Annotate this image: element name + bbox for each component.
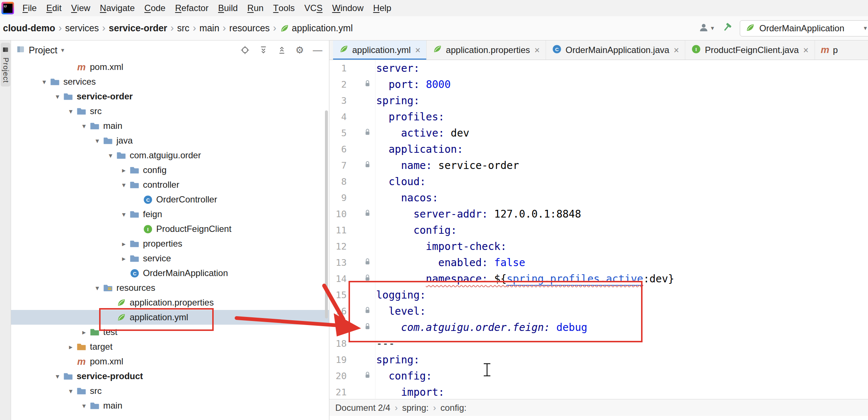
menu-tools[interactable]: Tools xyxy=(268,0,300,16)
project-scrollbar[interactable] xyxy=(325,110,328,318)
build-button[interactable] xyxy=(721,22,732,35)
code-text[interactable]: config: xyxy=(375,224,457,236)
menu-refactor[interactable]: Refactor xyxy=(170,0,213,16)
gutter-marker-icon[interactable] xyxy=(364,274,371,283)
menu-code[interactable]: Code xyxy=(140,0,170,16)
tree-item-ProductFeignClient[interactable]: IProductFeignClient xyxy=(11,222,329,236)
tab-application.yml[interactable]: application.yml× xyxy=(333,40,427,60)
chevron-down-icon[interactable]: ▾ xyxy=(79,122,89,130)
code-text[interactable]: active: dev xyxy=(375,127,469,139)
breadcrumb-service-order[interactable]: service-order xyxy=(109,23,167,33)
chevron-right-icon[interactable]: ▸ xyxy=(119,254,129,263)
user-button[interactable]: ▾ xyxy=(698,22,714,35)
tree-item-OrderController[interactable]: COrderController xyxy=(11,192,329,207)
chevron-right-icon[interactable]: ▸ xyxy=(119,166,129,174)
gutter-marker-icon[interactable] xyxy=(364,307,371,315)
tab-application.properties[interactable]: application.properties× xyxy=(427,40,546,60)
tree-item-application.properties[interactable]: application.properties xyxy=(11,295,329,310)
tab-close-icon[interactable]: × xyxy=(803,45,809,56)
gutter-marker-icon[interactable] xyxy=(364,371,371,380)
code-text[interactable]: --- xyxy=(375,338,395,350)
tree-item-pom.xml[interactable]: mpom.xml xyxy=(11,60,329,74)
chevron-down-icon[interactable]: ▾ xyxy=(66,387,76,395)
menu-vcs[interactable]: VCS xyxy=(300,0,327,16)
menu-help[interactable]: Help xyxy=(368,0,396,16)
tree-item-test[interactable]: ▸test xyxy=(11,325,329,339)
chevron-down-icon[interactable]: ▾ xyxy=(105,151,116,160)
code-text[interactable]: spring: xyxy=(375,354,420,366)
settings-gear-icon[interactable]: ⚙ xyxy=(295,45,304,55)
chevron-down-icon[interactable]: ▾ xyxy=(119,210,129,219)
gutter-marker-icon[interactable] xyxy=(364,128,371,137)
tree-item-config[interactable]: ▸config xyxy=(11,163,329,177)
tree-item-properties[interactable]: ▸properties xyxy=(11,236,329,251)
code-text[interactable]: import: xyxy=(375,386,444,398)
status-path-config[interactable]: config: xyxy=(440,403,466,413)
menu-navigate[interactable]: Navigate xyxy=(95,0,140,16)
tree-item-services[interactable]: ▾services xyxy=(11,74,329,89)
code-text[interactable]: port: 8000 xyxy=(375,78,451,91)
code-text[interactable]: com.atguigu.order.feign: debug xyxy=(375,321,587,333)
gutter-marker-icon[interactable] xyxy=(364,161,371,170)
tree-item-main[interactable]: ▾main xyxy=(11,119,329,133)
code-text[interactable]: enabled: false xyxy=(375,257,525,269)
code-text[interactable]: config: xyxy=(375,370,432,382)
tab-close-icon[interactable]: × xyxy=(674,45,679,56)
panel-title[interactable]: Project xyxy=(29,45,57,56)
code-text[interactable]: namespace: ${spring.profiles.active:dev} xyxy=(375,273,674,285)
collapse-all-button[interactable] xyxy=(277,45,287,55)
chevron-down-icon[interactable]: ▾ xyxy=(92,284,102,292)
tab-close-icon[interactable]: × xyxy=(535,45,540,56)
run-configuration-combo[interactable]: OrderMainApplication ▾ xyxy=(740,20,868,36)
menu-build[interactable]: Build xyxy=(213,0,242,16)
chevron-right-icon[interactable]: ▸ xyxy=(79,328,89,336)
expand-all-button[interactable] xyxy=(259,45,268,55)
code-text[interactable]: server: xyxy=(375,62,420,74)
chevron-down-icon[interactable]: ▾ xyxy=(79,402,89,410)
chevron-down-icon[interactable]: ▾ xyxy=(52,372,63,381)
code-text[interactable]: cloud: xyxy=(375,176,426,188)
menu-edit[interactable]: Edit xyxy=(42,0,66,16)
chevron-down-icon[interactable]: ▾ xyxy=(66,107,76,116)
tree-item-feign[interactable]: ▾feign xyxy=(11,207,329,222)
tree-item-OrderMainApplication[interactable]: COrderMainApplication xyxy=(11,266,329,280)
tree-item-src[interactable]: ▾src xyxy=(11,104,329,119)
project-stripe-button[interactable]: Project xyxy=(1,43,10,87)
tree-item-java[interactable]: ▾java xyxy=(11,133,329,148)
code-text[interactable]: profiles: xyxy=(375,111,444,123)
chevron-down-icon[interactable]: ▾ xyxy=(52,92,63,101)
tab-p[interactable]: mp xyxy=(815,40,838,60)
code-text[interactable]: spring: xyxy=(375,95,420,107)
code-text[interactable]: server-addr: 127.0.0.1:8848 xyxy=(375,208,581,220)
breadcrumb-main[interactable]: main xyxy=(199,23,219,33)
chevron-down-icon[interactable]: ▾ xyxy=(119,181,129,189)
code-text[interactable]: name: service-order xyxy=(375,159,519,172)
code-text[interactable]: nacos: xyxy=(375,192,438,204)
tab-OrderMainApplication.java[interactable]: COrderMainApplication.java× xyxy=(546,40,685,60)
status-path-spring[interactable]: spring: xyxy=(402,403,428,413)
gutter-marker-icon[interactable] xyxy=(364,209,371,218)
breadcrumb-application.yml[interactable]: application.yml xyxy=(280,23,353,33)
tab-ProductFeignClient.java[interactable]: IProductFeignClient.java× xyxy=(685,40,815,60)
hide-panel-button[interactable]: — xyxy=(313,45,322,55)
breadcrumb-resources[interactable]: resources xyxy=(229,23,270,33)
code-text[interactable]: application: xyxy=(375,143,463,155)
tree-item-service[interactable]: ▸service xyxy=(11,251,329,266)
tree-item-com.atguigu.order[interactable]: ▾com.atguigu.order xyxy=(11,148,329,163)
menu-window[interactable]: Window xyxy=(327,0,368,16)
breadcrumb-services[interactable]: services xyxy=(65,23,99,33)
tree-item-src[interactable]: ▾src xyxy=(11,384,329,398)
code-text[interactable]: level: xyxy=(375,305,426,317)
menu-run[interactable]: Run xyxy=(242,0,268,16)
gutter-marker-icon[interactable] xyxy=(364,258,371,267)
tree-item-service-order[interactable]: ▾service-order xyxy=(11,89,329,104)
tree-item-controller[interactable]: ▾controller xyxy=(11,177,329,192)
breadcrumb-cloud-demo[interactable]: cloud-demo xyxy=(3,23,55,33)
editor[interactable]: 1server:2 port: 80003spring:4 profiles:5… xyxy=(329,60,868,399)
code-text[interactable]: import-check: xyxy=(375,240,507,253)
menu-view[interactable]: View xyxy=(66,0,95,16)
gutter-marker-icon[interactable] xyxy=(364,80,371,89)
gutter-marker-icon[interactable] xyxy=(364,323,371,332)
chevron-right-icon[interactable]: ▸ xyxy=(66,343,76,351)
tree-item-resources[interactable]: ▾resources xyxy=(11,280,329,295)
